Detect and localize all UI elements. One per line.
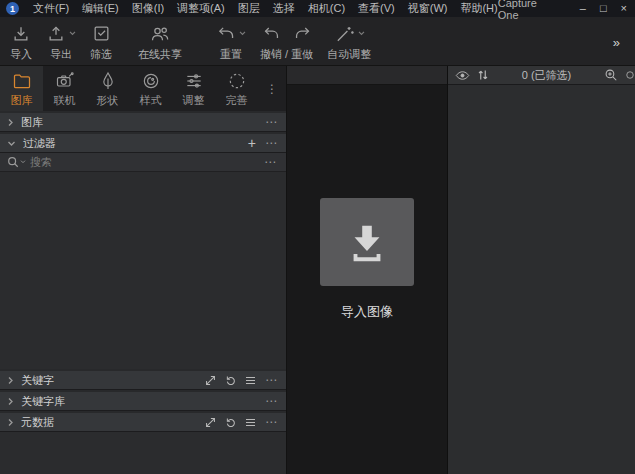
browser-count-label: 0 (已筛选) [496, 68, 597, 83]
browser-body [448, 85, 635, 474]
sort-order-icon[interactable] [477, 69, 489, 81]
import-images-button[interactable] [320, 198, 414, 286]
keyword-library-section-label: 关键字库 [21, 394, 65, 409]
left-tools-panel: 图库 联机 形状 样式 [0, 66, 287, 474]
tab-shapes[interactable]: 形状 [86, 66, 129, 111]
presets-menu-icon[interactable] [245, 418, 256, 427]
tab-styles-label: 样式 [140, 93, 162, 108]
filters-section-label: 过滤器 [23, 136, 56, 151]
app-title: Capture One [498, 0, 550, 21]
keywords-section-label: 关键字 [21, 373, 54, 388]
redo-icon[interactable] [293, 25, 312, 43]
keyword-library-section-header[interactable]: 关键字库 ⋯ [0, 392, 286, 411]
filter-button[interactable]: 筛选 [90, 20, 112, 61]
folder-icon [12, 71, 32, 91]
tab-refine[interactable]: 完善 [215, 66, 258, 111]
import-images-label: 导入图像 [341, 303, 393, 321]
tab-adjust[interactable]: 调整 [172, 66, 215, 111]
reset-icon [216, 25, 236, 43]
library-section-header[interactable]: 图库 ⋯ [0, 113, 286, 132]
filters-more-icon[interactable]: ⋯ [265, 138, 278, 148]
maximize-button[interactable]: □ [600, 0, 607, 17]
eye-icon[interactable] [455, 70, 470, 81]
share-button[interactable]: 在线共享 [138, 20, 182, 61]
menu-help[interactable]: 帮助(H) [460, 1, 497, 16]
tab-refine-label: 完善 [226, 93, 248, 108]
menu-camera[interactable]: 相机(C) [308, 1, 345, 16]
toolbar-overflow-button[interactable]: » [613, 35, 625, 50]
tool-tabstrip: 图库 联机 形状 样式 [0, 66, 286, 111]
metadata-section-header[interactable]: 元数据 ⋯ [0, 413, 286, 432]
viewer-body: 导入图像 [287, 85, 447, 474]
tab-shapes-label: 形状 [97, 93, 119, 108]
menu-view[interactable]: 查看(V) [358, 1, 395, 16]
filter-label: 筛选 [90, 47, 112, 61]
menu-edit[interactable]: 编辑(E) [82, 1, 119, 16]
menubar: 文件(F) 编辑(E) 图像(I) 调整项(A) 图层 选择 相机(C) 查看(… [33, 1, 498, 16]
chevron-right-icon [7, 118, 14, 127]
filter-checkbox-icon [92, 24, 111, 43]
copy-apply-icon[interactable] [205, 417, 216, 428]
share-label: 在线共享 [138, 47, 182, 61]
auto-adjust-dropdown-caret-icon[interactable] [358, 31, 365, 36]
export-label: 导出 [50, 47, 72, 61]
reset-local-icon[interactable] [225, 375, 236, 386]
menu-image[interactable]: 图像(I) [132, 1, 164, 16]
tab-capture-label: 联机 [54, 93, 76, 108]
presets-menu-icon[interactable] [245, 376, 256, 385]
metadata-more-icon[interactable]: ⋯ [265, 417, 278, 427]
menu-layers[interactable]: 图层 [238, 1, 260, 16]
keywords-more-icon[interactable]: ⋯ [265, 375, 278, 385]
minimize-button[interactable]: – [580, 0, 586, 17]
import-button[interactable]: 导入 [10, 20, 32, 61]
viewer-toolbar [287, 66, 447, 85]
reset-dropdown-caret-icon[interactable] [239, 31, 246, 36]
add-filter-button[interactable]: + [248, 137, 256, 149]
undo-redo-buttons[interactable]: 撤销 / 重做 [260, 20, 313, 61]
tab-capture[interactable]: 联机 [43, 66, 86, 111]
chevron-right-icon [7, 397, 14, 406]
clipped-panel-icon[interactable] [625, 68, 635, 82]
menu-window[interactable]: 视窗(W) [408, 1, 448, 16]
tab-adjust-label: 调整 [183, 93, 205, 108]
import-label: 导入 [10, 47, 32, 61]
metadata-section-label: 元数据 [21, 415, 54, 430]
camera-icon [55, 71, 75, 91]
search-icon [7, 156, 26, 168]
reset-button[interactable]: 重置 [216, 20, 246, 61]
menu-select[interactable]: 选择 [273, 1, 295, 16]
undo-icon[interactable] [262, 25, 281, 43]
menu-file[interactable]: 文件(F) [33, 1, 69, 16]
viewer-panel: 导入图像 [287, 66, 448, 474]
tabstrip-more-button[interactable]: ⋮ [258, 84, 286, 94]
filters-section-header[interactable]: 过滤器 + ⋯ [0, 134, 286, 153]
chevron-right-icon [7, 376, 14, 385]
search-input[interactable] [30, 156, 260, 168]
pen-nib-icon [98, 71, 118, 91]
main-area: 图库 联机 形状 样式 [0, 66, 635, 474]
reset-label: 重置 [220, 47, 242, 61]
tab-library[interactable]: 图库 [0, 66, 43, 111]
styles-circle-icon [141, 71, 161, 91]
library-more-icon[interactable]: ⋯ [265, 117, 278, 127]
auto-adjust-button[interactable]: 自动调整 [327, 20, 371, 61]
search-more-icon[interactable]: ⋯ [264, 157, 277, 167]
toolbar: 导入 导出 筛选 在线共享 [0, 17, 635, 66]
share-people-icon [147, 24, 173, 44]
tab-styles[interactable]: 样式 [129, 66, 172, 111]
browser-toolbar: 0 (已筛选) [448, 66, 635, 85]
zoom-plus-icon[interactable] [604, 68, 618, 82]
download-tray-icon [344, 219, 390, 265]
reset-local-icon[interactable] [225, 417, 236, 428]
export-dropdown-caret-icon[interactable] [69, 31, 76, 36]
export-icon [46, 24, 66, 44]
menu-adjustments[interactable]: 调整项(A) [177, 1, 225, 16]
copy-apply-icon[interactable] [205, 375, 216, 386]
export-button[interactable]: 导出 [46, 20, 76, 61]
auto-adjust-label: 自动调整 [327, 47, 371, 61]
keywords-section-header[interactable]: 关键字 ⋯ [0, 371, 286, 390]
close-button[interactable]: × [621, 0, 627, 17]
search-bar: ⋯ [0, 153, 286, 172]
filters-panel-body [0, 172, 286, 369]
keyword-library-more-icon[interactable]: ⋯ [265, 396, 278, 406]
